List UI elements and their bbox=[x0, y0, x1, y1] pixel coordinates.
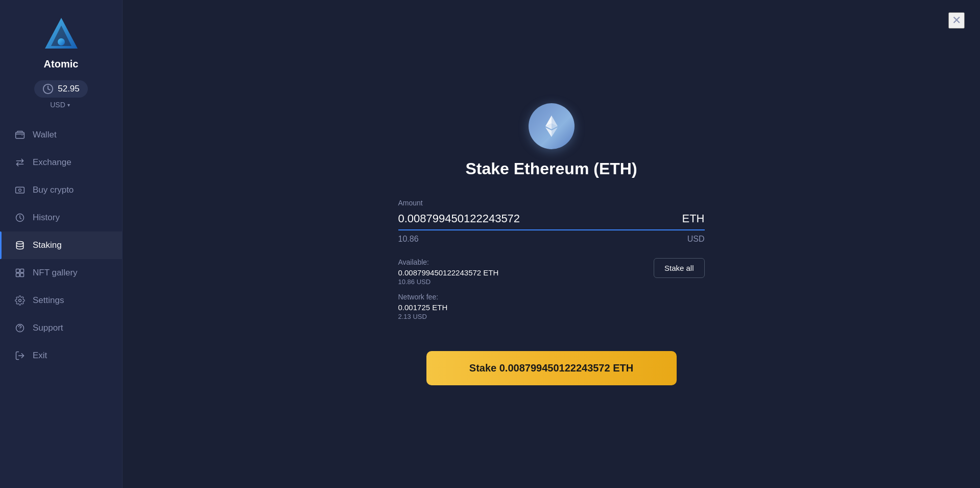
svg-point-8 bbox=[16, 242, 23, 244]
available-block: Available: 0.008799450122243572 ETH 10.8… bbox=[398, 258, 499, 286]
sidebar-item-settings[interactable]: Settings bbox=[0, 287, 122, 314]
eth-icon bbox=[539, 114, 564, 138]
sidebar-item-support-label: Support bbox=[33, 323, 63, 333]
buy-crypto-icon bbox=[14, 184, 26, 196]
currency-selector[interactable]: USD ▾ bbox=[50, 101, 72, 109]
amount-section: Amount ETH 10.86 USD bbox=[398, 199, 705, 244]
settings-icon bbox=[14, 295, 26, 306]
amount-label: Amount bbox=[398, 199, 705, 207]
sidebar-item-exchange[interactable]: Exchange bbox=[0, 149, 122, 176]
main-content: ✕ Stake Ethereum (ETH) Amount ETH 10. bbox=[123, 0, 980, 488]
network-fee-eth: 0.001725 ETH bbox=[398, 303, 705, 312]
available-usd: 10.86 USD bbox=[398, 278, 499, 286]
sidebar-item-history[interactable]: History bbox=[0, 204, 122, 231]
sidebar-item-settings-label: Settings bbox=[33, 295, 64, 306]
eth-icon-container bbox=[529, 103, 575, 149]
sidebar-item-buy-crypto[interactable]: Buy crypto bbox=[0, 176, 122, 204]
balance-amount: 52.95 bbox=[58, 84, 80, 94]
app-name: Atomic bbox=[44, 58, 79, 70]
sidebar-item-exit-label: Exit bbox=[33, 351, 47, 361]
logo-container: Atomic bbox=[41, 15, 82, 70]
stake-button[interactable]: Stake 0.008799450122243572 ETH bbox=[426, 351, 677, 385]
wallet-icon bbox=[14, 129, 26, 141]
svg-point-15 bbox=[19, 330, 20, 331]
nav-menu: Wallet Exchange Buy crypto bbox=[0, 121, 122, 369]
amount-input-row: ETH bbox=[398, 212, 705, 230]
svg-rect-12 bbox=[20, 273, 24, 277]
amount-usd-row: 10.86 USD bbox=[398, 235, 705, 244]
svg-rect-10 bbox=[20, 269, 24, 273]
svg-point-13 bbox=[19, 299, 21, 302]
sidebar-item-wallet-label: Wallet bbox=[33, 130, 57, 140]
svg-point-6 bbox=[19, 189, 21, 192]
svg-rect-9 bbox=[16, 269, 20, 273]
svg-rect-4 bbox=[16, 132, 25, 138]
exit-icon bbox=[14, 350, 26, 361]
history-icon bbox=[14, 212, 26, 223]
available-eth: 0.008799450122243572 ETH bbox=[398, 268, 499, 277]
balance-container: 52.95 bbox=[34, 80, 88, 98]
app-logo bbox=[41, 15, 82, 56]
sidebar-item-support[interactable]: Support bbox=[0, 314, 122, 342]
amount-usd-value: 10.86 bbox=[398, 235, 419, 244]
support-icon bbox=[14, 322, 26, 334]
info-section: Available: 0.008799450122243572 ETH 10.8… bbox=[398, 258, 705, 286]
available-label: Available: bbox=[398, 258, 499, 266]
stake-title: Stake Ethereum (ETH) bbox=[465, 159, 637, 178]
nft-gallery-icon bbox=[14, 267, 26, 278]
network-fee-usd: 2.13 USD bbox=[398, 313, 705, 320]
chevron-down-icon: ▾ bbox=[67, 102, 70, 108]
exchange-icon bbox=[14, 157, 26, 168]
amount-usd-currency: USD bbox=[687, 235, 705, 244]
close-button[interactable]: ✕ bbox=[948, 12, 965, 29]
sidebar-item-nft-gallery-label: NFT gallery bbox=[33, 268, 78, 278]
svg-rect-11 bbox=[16, 273, 20, 277]
staking-icon bbox=[14, 240, 26, 251]
sidebar: Atomic 52.95 USD ▾ Wallet bbox=[0, 0, 123, 488]
sidebar-item-nft-gallery[interactable]: NFT gallery bbox=[0, 259, 122, 287]
svg-point-2 bbox=[58, 38, 65, 45]
balance-icon bbox=[42, 83, 54, 95]
amount-currency: ETH bbox=[682, 212, 705, 225]
stake-all-button[interactable]: Stake all bbox=[654, 258, 705, 278]
sidebar-item-exchange-label: Exchange bbox=[33, 157, 71, 168]
currency-label: USD bbox=[50, 101, 65, 109]
network-fee-section: Network fee: 0.001725 ETH 2.13 USD bbox=[398, 293, 705, 320]
sidebar-item-exit[interactable]: Exit bbox=[0, 342, 122, 369]
amount-input[interactable] bbox=[398, 212, 682, 225]
sidebar-item-staking-label: Staking bbox=[33, 240, 62, 250]
sidebar-item-buy-crypto-label: Buy crypto bbox=[33, 185, 74, 195]
sidebar-item-staking[interactable]: Staking bbox=[0, 231, 122, 259]
sidebar-item-wallet[interactable]: Wallet bbox=[0, 121, 122, 149]
svg-rect-5 bbox=[16, 187, 25, 193]
stake-panel: Stake Ethereum (ETH) Amount ETH 10.86 US… bbox=[398, 103, 705, 385]
network-fee-label: Network fee: bbox=[398, 293, 705, 301]
sidebar-item-history-label: History bbox=[33, 213, 60, 223]
